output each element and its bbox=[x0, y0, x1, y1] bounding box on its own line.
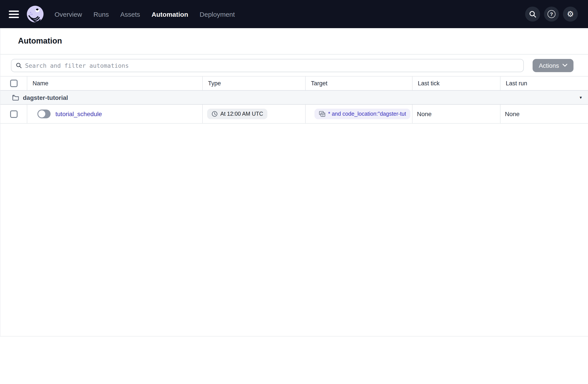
nav-item-runs[interactable]: Runs bbox=[93, 10, 109, 18]
table-header-row: Name Type Target Last tick Last run bbox=[0, 76, 588, 91]
type-cell: At 12:00 AM UTC bbox=[202, 105, 305, 123]
last-tick-cell: None bbox=[412, 105, 500, 123]
header-checkbox-cell bbox=[0, 77, 27, 90]
group-name: dagster-tutorial bbox=[23, 94, 68, 101]
automation-name-link[interactable]: tutorial_schedule bbox=[55, 110, 102, 117]
search-input-icon bbox=[16, 62, 22, 68]
nav-right-icons: ? ⚙ bbox=[525, 7, 578, 21]
column-header-last-tick: Last tick bbox=[412, 77, 500, 90]
row-checkbox-cell bbox=[0, 105, 27, 123]
actions-button[interactable]: Actions bbox=[533, 59, 573, 72]
search-box bbox=[11, 59, 524, 72]
schedule-type-badge[interactable]: At 12:00 AM UTC bbox=[207, 109, 268, 119]
column-header-type: Type bbox=[202, 77, 305, 90]
schedule-toggle[interactable] bbox=[37, 109, 51, 118]
last-run-cell: None bbox=[500, 105, 588, 123]
nav-item-assets[interactable]: Assets bbox=[120, 10, 140, 18]
dagster-logo-icon[interactable] bbox=[26, 5, 44, 23]
column-header-last-run: Last run bbox=[500, 77, 588, 90]
nav-links: Overview Runs Assets Automation Deployme… bbox=[55, 10, 235, 18]
menu-icon[interactable] bbox=[9, 10, 19, 18]
caret-down-icon[interactable]: ▾ bbox=[580, 95, 582, 100]
folder-icon bbox=[12, 94, 19, 101]
search-icon[interactable] bbox=[525, 7, 540, 21]
main-content: Automation Actions bbox=[0, 28, 588, 337]
page-header: Automation bbox=[0, 28, 588, 54]
automation-table: Name Type Target Last tick Last run dags… bbox=[0, 76, 588, 124]
app-window: Overview Runs Assets Automation Deployme… bbox=[0, 0, 588, 384]
name-cell: tutorial_schedule bbox=[27, 105, 202, 123]
target-selection-badge[interactable]: * and code_location:"dagster-tut bbox=[315, 109, 411, 119]
nav-item-deployment[interactable]: Deployment bbox=[200, 10, 235, 18]
group-row-dagster-tutorial[interactable]: dagster-tutorial ▾ bbox=[0, 91, 588, 105]
column-header-target: Target bbox=[305, 77, 412, 90]
nav-item-automation[interactable]: Automation bbox=[151, 10, 188, 18]
target-cell: * and code_location:"dagster-tut bbox=[305, 105, 412, 123]
top-nav: Overview Runs Assets Automation Deployme… bbox=[0, 0, 588, 28]
select-all-checkbox[interactable] bbox=[10, 80, 17, 87]
toolbar: Actions bbox=[0, 55, 588, 76]
nav-item-overview[interactable]: Overview bbox=[55, 10, 82, 18]
search-input[interactable] bbox=[25, 62, 519, 69]
help-icon[interactable]: ? bbox=[544, 7, 559, 21]
chevron-down-icon bbox=[563, 64, 567, 67]
asset-tables-icon bbox=[319, 111, 325, 117]
table-row: tutorial_schedule At 12:00 AM UTC bbox=[0, 105, 588, 124]
page-title: Automation bbox=[18, 37, 62, 46]
row-checkbox[interactable] bbox=[10, 110, 17, 118]
clock-icon bbox=[211, 111, 218, 117]
column-header-name: Name bbox=[27, 77, 202, 90]
settings-icon[interactable]: ⚙ bbox=[563, 7, 578, 21]
